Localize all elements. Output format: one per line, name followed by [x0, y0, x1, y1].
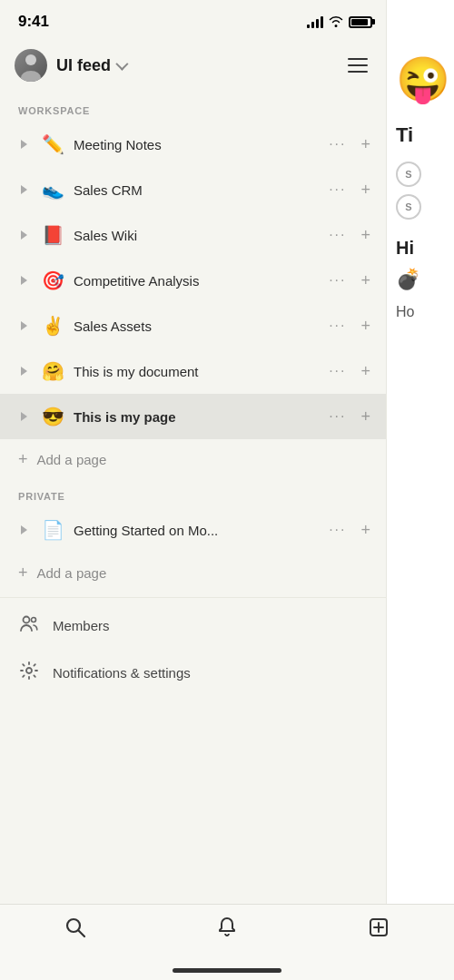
item-emoji-this-is-my-page: 😎 [42, 406, 64, 427]
private-section-label: PRIVATE [0, 480, 390, 507]
compose-icon [367, 916, 390, 945]
bottom-nav-members[interactable]: Members [0, 602, 390, 649]
item-label-this-is-my-document: This is my document [74, 364, 323, 379]
item-actions-sales-assets: ··· + [323, 313, 376, 339]
menu-button[interactable] [340, 47, 376, 83]
expand-arrow-getting-started [15, 521, 33, 539]
home-indicator [173, 968, 281, 973]
item-label-getting-started: Getting Started on Mo... [74, 523, 323, 538]
workspace-title[interactable]: UI feed [56, 56, 125, 75]
workspace-item-sales-wiki[interactable]: 📕 Sales Wiki ··· + [0, 212, 390, 258]
bottom-nav-label-members: Members [53, 618, 110, 633]
item-emoji-this-is-my-document: 🤗 [42, 360, 64, 382]
workspace-item-meeting-notes[interactable]: ✏️ Meeting Notes ··· + [0, 122, 390, 167]
expand-arrow-sales-assets [15, 317, 33, 335]
item-plus-this-is-my-document[interactable]: + [355, 358, 376, 385]
status-icons [307, 15, 372, 30]
peek-bomb: 💣 [387, 259, 454, 291]
svg-point-2 [26, 668, 32, 673]
item-dots-getting-started[interactable]: ··· [323, 518, 351, 542]
item-label-sales-wiki: Sales Wiki [74, 228, 323, 243]
item-actions-sales-crm: ··· + [323, 177, 376, 203]
workspace-section-label: WORKSPACE [0, 94, 390, 122]
bottom-nav-notifications-settings[interactable]: Notifications & settings [0, 649, 390, 696]
item-plus-competitive-analysis[interactable]: + [355, 268, 376, 294]
settings-icon [19, 661, 39, 681]
item-plus-sales-assets[interactable]: + [355, 313, 376, 339]
peek-how: Ho [387, 291, 454, 320]
menu-line-1 [348, 58, 368, 60]
expand-arrow-this-is-my-document [15, 362, 33, 380]
item-plus-meeting-notes[interactable]: + [355, 132, 376, 158]
workspace-add-page[interactable]: + Add a page [0, 439, 390, 480]
item-actions-getting-started: ··· + [323, 517, 376, 544]
item-plus-sales-crm[interactable]: + [355, 177, 376, 203]
item-plus-this-is-my-page[interactable]: + [355, 404, 376, 430]
members-icon [19, 613, 39, 633]
item-label-this-is-my-page: This is my page [74, 409, 323, 425]
menu-line-3 [348, 71, 368, 73]
item-dots-this-is-my-document[interactable]: ··· [323, 359, 351, 383]
workspace-items-list: ✏️ Meeting Notes ··· + 👟 Sales CRM ··· +… [0, 122, 390, 439]
workspace-item-competitive-analysis[interactable]: 🎯 Competitive Analysis ··· + [0, 258, 390, 303]
wifi-icon [329, 15, 343, 30]
bottom-nav-icon-notifications-settings [18, 661, 40, 685]
item-emoji-meeting-notes: ✏️ [42, 133, 64, 155]
item-plus-sales-wiki[interactable]: + [355, 222, 376, 249]
add-icon: + [18, 450, 28, 469]
item-actions-this-is-my-page: ··· + [323, 404, 376, 430]
workspace-item-sales-crm[interactable]: 👟 Sales CRM ··· + [0, 167, 390, 212]
item-actions-this-is-my-document: ··· + [323, 358, 376, 385]
private-add-page[interactable]: + Add a page [0, 553, 390, 593]
item-emoji-sales-crm: 👟 [42, 179, 64, 201]
tab-search[interactable] [48, 916, 103, 945]
bottom-nav-icon-members [18, 613, 40, 638]
bottom-nav-items: Members Notifications & settings [0, 602, 390, 696]
item-label-meeting-notes: Meeting Notes [74, 137, 323, 152]
workspace-item-this-is-my-document[interactable]: 🤗 This is my document ··· + [0, 348, 390, 394]
item-actions-sales-wiki: ··· + [323, 222, 376, 249]
status-bar: 9:41 [0, 0, 390, 40]
peek-hi: Hi [387, 220, 454, 259]
item-label-competitive-analysis: Competitive Analysis [74, 273, 323, 289]
peek-emoji: 😜 [387, 0, 454, 105]
item-dots-sales-crm[interactable]: ··· [323, 178, 351, 201]
expand-arrow-competitive-analysis [15, 271, 33, 289]
expand-arrow-sales-wiki [15, 226, 33, 244]
expand-arrow-meeting-notes [15, 135, 33, 153]
item-plus-getting-started[interactable]: + [355, 517, 376, 544]
divider-1 [0, 597, 390, 598]
bottom-nav-label-notifications-settings: Notifications & settings [53, 665, 191, 681]
menu-line-2 [348, 64, 368, 66]
peek-title-t: Ti [387, 105, 454, 147]
svg-point-0 [24, 616, 30, 622]
expand-arrow-sales-crm [15, 181, 33, 199]
item-emoji-competitive-analysis: 🎯 [42, 270, 64, 291]
item-actions-competitive-analysis: ··· + [323, 268, 376, 294]
tab-notifications[interactable] [200, 916, 254, 945]
workspace-item-this-is-my-page[interactable]: 😎 This is my page ··· + [0, 394, 390, 439]
status-time: 9:41 [18, 13, 49, 31]
workspace-add-page-label: Add a page [37, 452, 107, 467]
item-emoji-sales-wiki: 📕 [42, 224, 64, 246]
workspace-item-sales-assets[interactable]: ✌️ Sales Assets ··· + [0, 303, 390, 348]
item-dots-sales-assets[interactable]: ··· [323, 314, 351, 338]
item-dots-sales-wiki[interactable]: ··· [323, 223, 351, 247]
right-peek-panel: 😜 Ti S S Hi 💣 Ho [386, 0, 454, 980]
item-dots-competitive-analysis[interactable]: ··· [323, 269, 351, 292]
add-icon-private: + [18, 564, 28, 583]
avatar[interactable] [15, 49, 47, 82]
private-items-list: 📄 Getting Started on Mo... ··· + [0, 507, 390, 553]
svg-point-1 [32, 617, 36, 622]
tab-compose[interactable] [351, 916, 406, 945]
item-dots-meeting-notes[interactable]: ··· [323, 132, 351, 156]
item-emoji-getting-started: 📄 [42, 519, 64, 541]
expand-arrow-this-is-my-page [15, 407, 33, 426]
item-emoji-sales-assets: ✌️ [42, 315, 64, 337]
item-dots-this-is-my-page[interactable]: ··· [323, 405, 351, 428]
item-label-sales-crm: Sales CRM [74, 182, 323, 198]
private-item-getting-started[interactable]: 📄 Getting Started on Mo... ··· + [0, 507, 390, 553]
item-label-sales-assets: Sales Assets [74, 318, 323, 334]
private-add-page-label: Add a page [37, 565, 107, 581]
bell-icon [215, 916, 239, 945]
